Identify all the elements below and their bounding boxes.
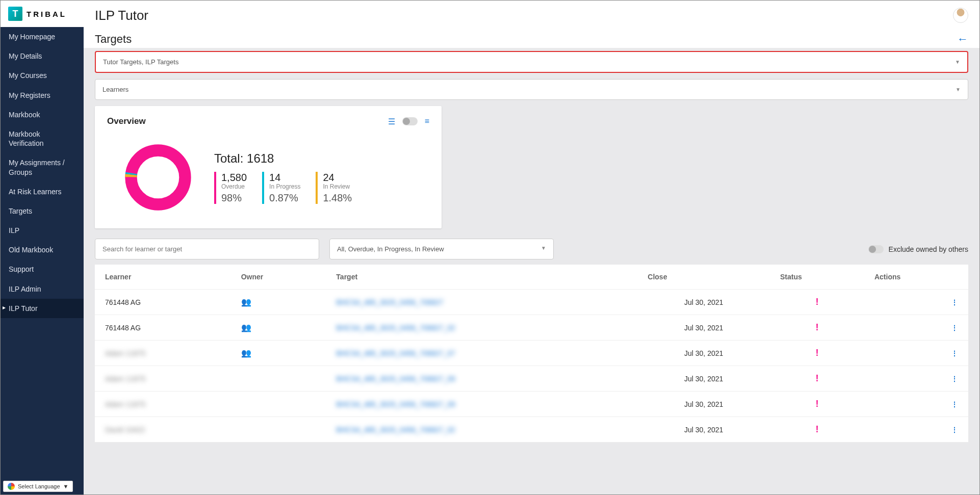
cell-target[interactable]: BHCS4_485_3025_0456_706827_02 xyxy=(326,417,637,442)
learners-value: Learners xyxy=(102,86,128,93)
cell-target[interactable]: BHCS4_485_3025_0456_706827_09 xyxy=(326,366,637,392)
sidebar-item-homepage[interactable]: My Homepage xyxy=(1,27,84,46)
status-overdue-icon: ! xyxy=(815,373,818,383)
sidebar: T TRIBAL My Homepage My Details My Cours… xyxy=(1,1,84,494)
sidebar-item-registers[interactable]: My Registers xyxy=(1,86,84,105)
more-actions-icon: ⋮ xyxy=(951,298,958,306)
exclude-label: Exclude owned by others xyxy=(889,245,968,253)
total-count: Total: 1618 xyxy=(214,151,352,166)
cell-owner xyxy=(231,392,326,417)
subheader: Targets ← xyxy=(84,33,979,48)
cell-actions[interactable]: ⋮ xyxy=(864,290,968,315)
stat-review: 24 In Review 1.48% xyxy=(316,172,352,204)
exclude-toggle[interactable] xyxy=(868,245,884,253)
cell-learner[interactable]: Adam 11875 xyxy=(95,341,231,366)
status-overdue-icon: ! xyxy=(815,399,818,409)
search-input[interactable] xyxy=(95,239,319,259)
sidebar-item-courses[interactable]: My Courses xyxy=(1,66,84,85)
donut-chart xyxy=(122,142,194,213)
owner-icon: 👥 xyxy=(241,349,251,357)
cell-actions[interactable]: ⋮ xyxy=(864,315,968,341)
sidebar-item-ilp-tutor[interactable]: ILP Tutor xyxy=(1,299,84,318)
cell-close: Jul 30, 2021 xyxy=(637,366,770,392)
col-close[interactable]: Close xyxy=(637,265,770,290)
cell-learner[interactable]: 761448 AG xyxy=(95,290,231,315)
sidebar-item-at-risk[interactable]: At Risk Learners xyxy=(1,182,84,201)
table-row: David 10422BHCS4_485_3025_0456_706827_02… xyxy=(95,417,968,442)
filter-icon[interactable]: ≡ xyxy=(425,117,429,126)
cell-target[interactable]: BHCS4_485_3025_0456_706827_02 xyxy=(326,315,637,341)
cell-status: ! xyxy=(770,366,864,392)
status-overdue-icon: ! xyxy=(815,424,818,434)
back-arrow-icon[interactable]: ← xyxy=(957,33,968,46)
table-row: Adam 11875👥BHCS4_485_3025_0456_706827_07… xyxy=(95,341,968,366)
status-filter-value: All, Overdue, In Progress, In Review xyxy=(337,245,444,253)
sidebar-item-old-markbook[interactable]: Old Markbook xyxy=(1,240,84,259)
cell-close: Jul 30, 2021 xyxy=(637,290,770,315)
learners-select[interactable]: Learners ▼ xyxy=(95,79,968,100)
cell-close: Jul 30, 2021 xyxy=(637,392,770,417)
status-filter-select[interactable]: All, Overdue, In Progress, In Review ▼ xyxy=(329,239,554,259)
table-row: Adam 11875BHCS4_485_3025_0456_706827_09J… xyxy=(95,366,968,392)
cell-actions[interactable]: ⋮ xyxy=(864,417,968,442)
content-area: Tutor Targets, ILP Targets ▼ Learners ▼ … xyxy=(84,48,979,494)
sidebar-item-ilp[interactable]: ILP xyxy=(1,221,84,240)
target-type-value: Tutor Targets, ILP Targets xyxy=(103,58,178,66)
brand-text: TRIBAL xyxy=(27,10,67,18)
col-learner[interactable]: Learner xyxy=(95,265,231,290)
table-row: 761448 AG👥BHCS4_485_3025_0456_706827_02J… xyxy=(95,315,968,341)
cell-owner xyxy=(231,366,326,392)
cell-learner[interactable]: Adam 11875 xyxy=(95,392,231,417)
overview-card: Overview ☰ ≡ Total: 1618 xyxy=(95,106,442,228)
exclude-owned-row: Exclude owned by others xyxy=(868,245,968,253)
cell-close: Jul 30, 2021 xyxy=(637,341,770,366)
owner-icon: 👥 xyxy=(241,323,251,332)
cell-actions[interactable]: ⋮ xyxy=(864,341,968,366)
cell-target[interactable]: BHCS4_485_3025_0456_706827 xyxy=(326,290,637,315)
cell-actions[interactable]: ⋮ xyxy=(864,392,968,417)
table-row: 761448 AG👥BHCS4_485_3025_0456_706827Jul … xyxy=(95,290,968,315)
sidebar-item-ilp-admin[interactable]: ILP Admin xyxy=(1,279,84,299)
more-actions-icon: ⋮ xyxy=(951,324,958,332)
col-target[interactable]: Target xyxy=(326,265,637,290)
cell-learner[interactable]: Adam 11875 xyxy=(95,366,231,392)
section-title: Targets xyxy=(95,33,132,46)
list-icon[interactable]: ☰ xyxy=(388,117,395,126)
sidebar-item-support[interactable]: Support xyxy=(1,259,84,279)
col-actions[interactable]: Actions xyxy=(864,265,968,290)
sidebar-item-markbook[interactable]: Markbook xyxy=(1,105,84,124)
caret-down-icon: ▼ xyxy=(955,59,960,65)
stat-progress: 14 In Progress 0.87% xyxy=(262,172,300,204)
user-avatar[interactable] xyxy=(953,8,968,23)
google-icon xyxy=(8,483,15,490)
status-overdue-icon: ! xyxy=(815,297,818,307)
sidebar-item-targets[interactable]: Targets xyxy=(1,201,84,221)
col-status[interactable]: Status xyxy=(770,265,864,290)
cell-status: ! xyxy=(770,392,864,417)
targets-table: Learner Owner Target Close Status Action… xyxy=(95,265,968,442)
cell-learner[interactable]: 761448 AG xyxy=(95,315,231,341)
table-row: Adam 11875BHCS4_485_3025_0456_706827_09J… xyxy=(95,392,968,417)
stat-overdue: 1,580 Overdue 98% xyxy=(214,172,247,204)
target-type-select[interactable]: Tutor Targets, ILP Targets ▼ xyxy=(95,51,968,73)
cell-actions[interactable]: ⋮ xyxy=(864,366,968,392)
cell-learner[interactable]: David 10422 xyxy=(95,417,231,442)
caret-down-icon: ▼ xyxy=(63,483,69,489)
sidebar-item-assignments[interactable]: My Assignments / Groups xyxy=(1,153,84,181)
sidebar-item-markbook-verification[interactable]: Markbook Verification xyxy=(1,124,84,153)
cell-status: ! xyxy=(770,315,864,341)
caret-down-icon: ▼ xyxy=(956,87,961,92)
sidebar-item-details[interactable]: My Details xyxy=(1,46,84,66)
cell-owner: 👥 xyxy=(231,315,326,341)
overview-title: Overview xyxy=(107,116,146,126)
page-title: ILP Tutor xyxy=(95,8,148,23)
overview-toggle[interactable] xyxy=(402,117,418,125)
cell-target[interactable]: BHCS4_485_3025_0456_706827_07 xyxy=(326,341,637,366)
cell-status: ! xyxy=(770,417,864,442)
cell-close: Jul 30, 2021 xyxy=(637,315,770,341)
language-selector[interactable]: Select Language ▼ xyxy=(3,481,73,492)
cell-target[interactable]: BHCS4_485_3025_0456_706827_09 xyxy=(326,392,637,417)
col-owner[interactable]: Owner xyxy=(231,265,326,290)
cell-owner: 👥 xyxy=(231,290,326,315)
main-content: ILP Tutor Targets ← Tutor Targets, ILP T… xyxy=(84,1,979,494)
